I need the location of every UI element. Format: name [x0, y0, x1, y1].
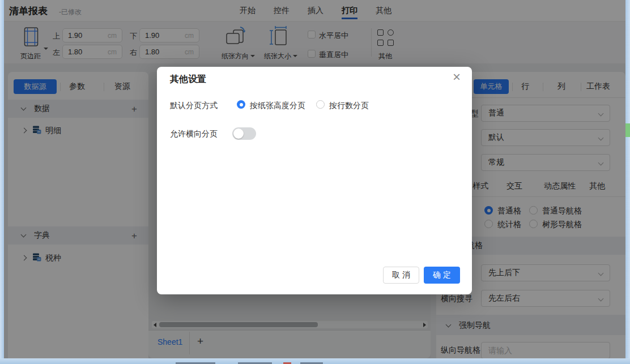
- window-border-right: [625, 0, 630, 364]
- confirm-button[interactable]: 确 定: [424, 267, 460, 284]
- other-settings-dialog: 其他设置 × 默认分页方式 按纸张高度分页 按行数分页 允许横向分页 取 消 确…: [157, 67, 472, 294]
- allow-horizontal-paging-toggle[interactable]: [232, 127, 256, 140]
- window-border-bottom: [0, 358, 630, 364]
- app-window: 清单报表 -已修改 开始 控件 插入 打印 其他 页边距 上 1.90 cm 下…: [0, 0, 630, 364]
- pagination-mode-label: 默认分页方式: [170, 101, 218, 111]
- radio-paginate-by-row-count[interactable]: [316, 100, 325, 109]
- cancel-button[interactable]: 取 消: [383, 267, 419, 284]
- close-icon[interactable]: ×: [453, 70, 461, 84]
- dialog-title: 其他设置: [170, 74, 206, 85]
- window-border-marker: [625, 123, 630, 137]
- allow-horizontal-paging-label: 允许横向分页: [170, 129, 218, 139]
- window-border-left: [0, 0, 4, 364]
- radio-paginate-by-paper-height[interactable]: [237, 100, 245, 109]
